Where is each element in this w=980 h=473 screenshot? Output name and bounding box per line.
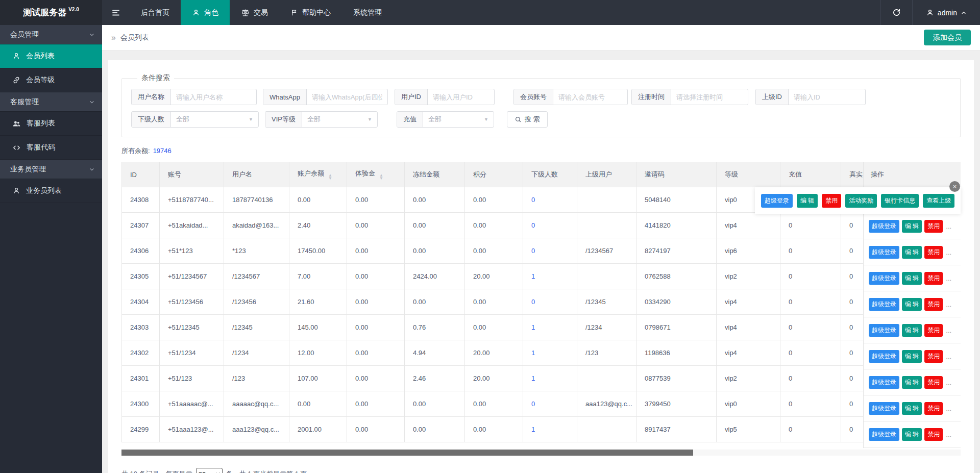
disable-button[interactable]: 禁用 [822,194,841,208]
disable-button[interactable]: 禁用 [924,350,943,363]
cell-balance: 2001.00 [289,417,347,442]
more-actions[interactable]: ... [946,327,951,334]
more-actions[interactable]: ... [946,405,951,412]
more-actions[interactable]: ... [946,431,951,438]
register-time-input[interactable] [671,89,748,105]
disable-button[interactable]: 禁用 [924,324,943,337]
scales-icon [241,8,250,17]
nav-item-help-center[interactable]: 帮助中心 [279,0,342,25]
userid-input[interactable] [428,89,494,105]
subordinates-count-link[interactable]: 0 [531,247,535,255]
sidebar-group-service-management[interactable]: 客服管理 [0,92,102,112]
edit-button[interactable]: 编 辑 [902,324,922,337]
user-menu[interactable]: admin [912,0,980,25]
parent-id-input[interactable] [789,89,865,105]
search-fieldset: 条件搜索 用户名称 WhatsApp 用户ID 会员账 [121,73,961,137]
whatsapp-input[interactable] [307,89,387,105]
super-login-button[interactable]: 超级登录 [869,246,899,259]
super-login-button[interactable]: 超级登录 [869,220,899,233]
edit-button[interactable]: 编 辑 [797,194,818,208]
sidebar-item-service-list[interactable]: 客服列表 [0,112,102,136]
subordinates-count-link[interactable]: 1 [531,426,535,433]
disable-button[interactable]: 禁用 [924,298,943,311]
edit-button[interactable]: 编 辑 [902,376,922,389]
edit-button[interactable]: 编 辑 [902,350,922,363]
vip-level-select[interactable]: VIP等级 全部▼ [265,111,378,128]
disable-button[interactable]: 禁用 [924,428,943,441]
recharge-select[interactable]: 充值 全部▼ [397,111,494,128]
disable-button[interactable]: 禁用 [924,376,943,389]
hamburger-menu-icon[interactable] [102,0,130,25]
super-login-button[interactable]: 超级登录 [869,324,899,337]
subordinates-count-link[interactable]: 1 [531,375,535,382]
super-login-button[interactable]: 超级登录 [869,428,899,441]
sidebar-group-salesman-management[interactable]: 业务员管理 [0,160,102,179]
super-login-button[interactable]: 超级登录 [869,350,899,363]
add-member-button[interactable]: 添加会员 [924,30,971,45]
subordinates-count-link[interactable]: 0 [531,400,535,408]
nav-item-role[interactable]: 角色 [181,0,230,25]
column-header-balance[interactable]: 账户余额▲▼ [289,162,347,187]
super-login-button[interactable]: 超级登录 [869,298,899,311]
sidebar-item-member-level[interactable]: 会员等级 [0,68,102,92]
bank-card-info-button[interactable]: 银行卡信息 [881,194,919,208]
more-actions[interactable]: ... [946,222,951,230]
super-login-button[interactable]: 超级登录 [869,402,899,415]
subordinates-count-link[interactable]: 1 [531,349,535,357]
edit-button[interactable]: 编 辑 [902,220,922,233]
super-login-button[interactable]: 超级登录 [761,194,793,208]
close-icon[interactable]: × [949,181,960,192]
scrollbar-thumb[interactable] [121,450,693,456]
column-header-trial[interactable]: 体验金▲▼ [347,162,405,187]
search-button[interactable]: 搜 索 [507,111,548,128]
nav-item-dashboard[interactable]: 后台首页 [130,0,181,25]
sidebar-item-service-code[interactable]: 客服代码 [0,136,102,160]
cell-invite: 5048140 [636,187,717,213]
member-table-zone: ID账号用户名账户余额▲▼体验金▲▼冻结金额积分下级人数上级用户邀请码等级充值真… [121,162,961,448]
disable-button[interactable]: 禁用 [924,402,943,415]
page-size-select[interactable]: 20 [196,468,223,473]
disable-button[interactable]: 禁用 [924,246,943,259]
subordinates-count-link[interactable]: 0 [531,221,535,229]
disable-button[interactable]: 禁用 [924,220,943,233]
filter-label: 充值 [397,112,423,127]
more-actions[interactable]: ... [946,275,951,282]
more-actions[interactable]: ... [946,353,951,360]
table-row: 24304+51/123456/12345621.600.000.000.000… [122,289,961,315]
refresh-button[interactable] [880,0,912,25]
username-input[interactable] [171,89,256,105]
subordinates-count-link[interactable]: 1 [531,272,535,280]
edit-button[interactable]: 编 辑 [902,246,922,259]
view-parent-button[interactable]: 查看上级 [923,194,954,208]
more-actions[interactable]: ... [946,248,951,256]
subordinates-count-link[interactable]: 1 [531,323,535,331]
more-actions[interactable]: ... [946,379,951,386]
subordinates-count-link[interactable]: 0 [531,196,535,204]
sidebar-item-salesman-list[interactable]: 业务员列表 [0,179,102,203]
subordinates-count-link[interactable]: 0 [531,298,535,306]
sort-icon[interactable]: ▲▼ [379,174,383,180]
table-row: 24307+51akaidad...akaidad@163...2.400.00… [122,213,961,238]
edit-button[interactable]: 编 辑 [902,428,922,441]
edit-button[interactable]: 编 辑 [902,402,922,415]
sidebar-item-member-list[interactable]: 会员列表 [0,44,102,68]
cell-account: +51*123 [160,238,224,264]
super-login-button[interactable]: 超级登录 [869,376,899,389]
cell-username: akaidad@163... [224,213,289,238]
activity-reward-button[interactable]: 活动奖励 [845,194,877,208]
sidebar-group-member-management[interactable]: 会员管理 [0,25,102,44]
total-balance-label: 所有余额: [121,147,150,155]
nav-item-system[interactable]: 系统管理 [342,0,393,25]
nav-item-trade[interactable]: 交易 [230,0,279,25]
filter-username: 用户名称 [131,89,257,105]
more-actions[interactable]: ... [946,301,951,308]
edit-button[interactable]: 编 辑 [902,272,922,285]
account-input[interactable] [553,89,627,105]
sort-icon[interactable]: ▲▼ [328,174,332,180]
disable-button[interactable]: 禁用 [924,272,943,285]
edit-button[interactable]: 编 辑 [902,298,922,311]
super-login-button[interactable]: 超级登录 [869,272,899,285]
subordinates-select[interactable]: 下级人数 全部▼ [131,111,259,128]
sidebar: 会员管理会员列表会员等级客服管理客服列表客服代码业务员管理业务员列表 [0,25,102,473]
cell-points: 0.00 [465,391,523,417]
